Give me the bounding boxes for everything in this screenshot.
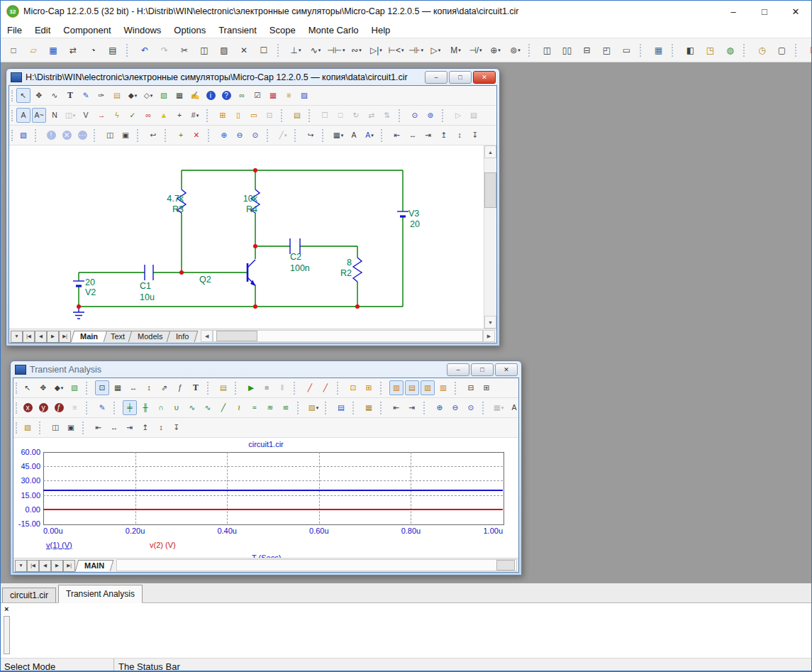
cursor-horizontal-button[interactable]: ╪ [123,400,137,415]
bus-mode-button[interactable]: ▤ [110,88,124,103]
go-to-global-button[interactable]: ≈ [248,400,262,415]
run-button[interactable]: ▶ [244,380,258,395]
show-currents-button[interactable]: → [94,108,109,123]
restore-button[interactable]: □ [449,71,472,84]
select-mode-button[interactable]: ↖ [21,380,35,395]
capacitor-button[interactable]: ⊣⊢▾ [326,41,345,60]
edit-page-button[interactable]: ▧ [16,128,30,143]
document-tab-circuit1-cir[interactable]: circuit1.cir [2,588,56,602]
show-power-button[interactable]: ϟ [110,108,124,123]
show-wire-text-button[interactable]: A~ [32,108,46,123]
horizontal-axis-grids-button[interactable]: ▥ [389,380,404,395]
new-file-button[interactable]: □ [4,41,23,60]
bring-to-front-button[interactable]: ◫ [48,420,62,435]
minimize-button[interactable]: – [425,71,447,84]
enable-checkbox-button[interactable]: ☑ [250,88,265,103]
tile-horizontal-button[interactable]: ⊟ [577,41,596,60]
add-page-button[interactable]: + [174,128,188,143]
flowchart-button[interactable]: ◇▾ [141,88,155,103]
show-node-numbers-button[interactable]: N [48,108,62,123]
align-right-button[interactable]: ⇥ [123,420,137,435]
align-right-button[interactable]: ⇥ [421,128,435,143]
next-sheet-button[interactable]: ▶ [51,560,63,572]
annotate-button[interactable]: ✍ [188,88,202,103]
first-sheet-button[interactable]: |◀ [27,560,39,572]
pan-mode-button[interactable]: ✥ [36,380,50,395]
open-file-button[interactable]: ▱ [24,41,43,60]
grid-snap-button[interactable]: ▦▾ [331,128,345,143]
cut-button[interactable]: ✂ [175,41,194,60]
sheet-tab-models[interactable]: Models [128,331,172,342]
vertical-scrollbar[interactable]: ▲ ▼ [484,145,496,329]
text-mode-button[interactable]: T [63,88,77,103]
animate-stop-button[interactable]: ▢ [772,41,791,60]
font-button[interactable]: A [347,128,361,143]
revert-button[interactable]: ⇄ [64,41,82,60]
sine-source-button[interactable]: ⊚▾ [506,41,524,60]
go-to-valley-button[interactable]: ∪ [169,400,184,415]
component-v2[interactable]: 20 V2 [73,277,96,297]
show-node-voltages-button[interactable]: V [79,108,93,123]
zoom-out-button[interactable]: ⊖ [233,128,247,143]
zoom-in-button[interactable]: ⊕ [433,400,447,415]
model-web-button[interactable]: ◍ [721,41,739,60]
show-border-button[interactable]: ⊞ [216,108,230,123]
shapes-button[interactable]: ◆▾ [126,88,140,103]
cursor-y-value-button[interactable]: y [36,400,50,415]
edit-curve-button[interactable]: ✎ [95,400,109,415]
cursor-fx-value-button[interactable]: ƒ [52,400,66,415]
draw-mode-button[interactable]: ✑ [94,88,109,103]
npn-transistor-button[interactable]: ⊢<▾ [386,41,405,60]
scroll-right-icon[interactable]: ▶ [483,330,495,342]
zoom-out-button[interactable]: ⊖ [448,400,462,415]
sheet-tab-main[interactable]: MAIN [75,560,114,571]
align-top-button[interactable]: ↥ [437,128,451,143]
panel-scrollbar[interactable] [4,616,10,654]
zoom-mode-button[interactable]: ⊡ [95,380,109,395]
legend-item-1[interactable]: v(1) (V) [46,541,72,549]
cursor-right-button[interactable]: ⇥ [405,400,419,415]
copy-button[interactable]: ◫ [195,41,213,60]
menu-monte-carlo[interactable]: Monte Carlo [302,23,365,37]
font-button[interactable]: A [507,400,518,415]
go-to-low-button[interactable]: ∿ [201,400,215,415]
data-points-button[interactable]: ⊡ [346,380,360,395]
maximize-window-button[interactable]: ▭ [617,41,635,60]
show-title-block-button[interactable]: ▭ [247,108,261,123]
graphics-mode-button[interactable]: ✎ [79,88,93,103]
paste-button[interactable]: ▨ [215,41,233,60]
go-back-page-button[interactable]: ↩ [146,128,160,143]
menu-edit[interactable]: Edit [28,23,57,37]
legend-item-2[interactable]: v(2) (V) [150,541,176,549]
align-middle-button[interactable]: ↕ [452,128,467,143]
save-file-button[interactable]: ▦ [44,41,62,60]
show-attribute-text-button[interactable]: A [16,108,30,123]
grid-button[interactable]: #▾ [188,108,202,123]
scroll-up-icon[interactable]: ▲ [484,145,496,158]
zoom-in-button[interactable]: ⊕ [217,128,231,143]
align-top-button[interactable]: ↥ [138,420,152,435]
next-sheet-button[interactable]: ▶ [47,331,59,343]
find-button[interactable]: ⊙ [408,108,422,123]
region-button[interactable]: ≡ [282,88,296,103]
preferences-button[interactable]: ☑ [804,41,811,60]
crosshair-cursor-button[interactable]: + [172,108,187,123]
scroll-thumb[interactable] [484,172,496,208]
align-center-button[interactable]: ↔ [406,128,420,143]
picture-button[interactable]: ▧ [67,380,82,395]
menu-scope[interactable]: Scope [263,23,302,37]
scale-region-button[interactable]: ⇗ [157,380,172,395]
auto-scale-y-button[interactable]: ↕ [142,380,156,395]
maximize-button[interactable]: □ [749,1,780,22]
flip-page-button[interactable]: ↪ [304,128,318,143]
minimize-button[interactable]: – [447,363,469,376]
component-r4[interactable]: 10k R4 [243,189,260,214]
bring-to-front-button[interactable]: ◫ [103,128,117,143]
cursor-left-button[interactable]: ⇤ [389,400,404,415]
previous-sheet-button[interactable]: ◀ [39,560,51,572]
cursor-branch-button[interactable]: ╱ [318,380,333,395]
minor-grids-button[interactable]: ▥ [436,380,450,395]
menu-windows[interactable]: Windows [118,23,168,37]
component-r3[interactable]: 4.7k R3 [167,189,186,214]
close-button[interactable]: ✕ [473,71,496,84]
